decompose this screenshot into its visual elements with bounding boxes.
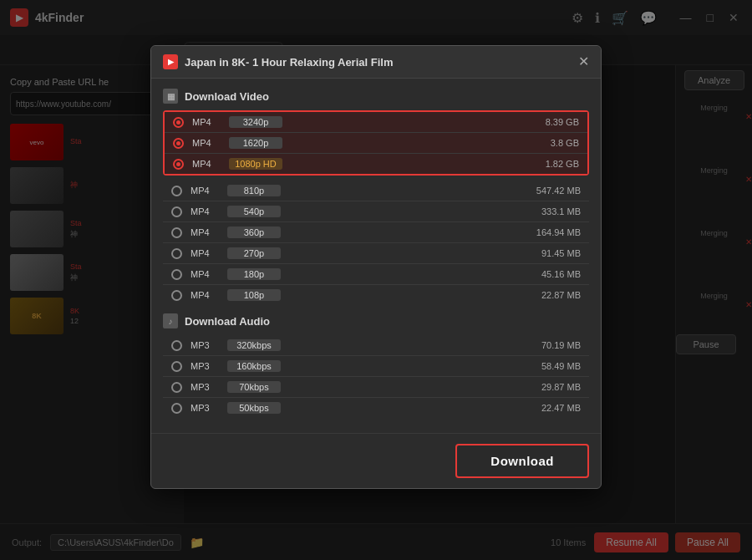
format-size: 29.87 MB: [541, 382, 581, 392]
format-quality: 70kbps: [227, 381, 281, 393]
format-size: 164.94 MB: [536, 227, 581, 237]
radio-button[interactable]: [171, 361, 182, 372]
format-row[interactable]: MP4 360p 164.94 MB: [163, 222, 589, 243]
dialog-header: ▶ Japan in 8K- 1 Hour Relaxing Aerial Fi…: [151, 46, 601, 79]
video-icon: ▦: [163, 89, 178, 104]
format-size: 8.39 GB: [546, 117, 579, 127]
format-type: MP4: [191, 269, 219, 279]
audio-section: ♪ Download Audio MP3 320kbps 70.19 MB MP…: [163, 313, 589, 418]
dialog-title: ▶ Japan in 8K- 1 Hour Relaxing Aerial Fi…: [163, 54, 393, 69]
radio-button[interactable]: [171, 340, 182, 351]
format-type: MP3: [191, 340, 219, 350]
video-format-highlighted-group: MP4 3240p 8.39 GB MP4 1620p 3.8 GB MP4 1…: [163, 110, 589, 176]
format-type: MP3: [191, 361, 219, 371]
radio-button[interactable]: [171, 269, 182, 280]
video-section-header: ▦ Download Video: [163, 89, 589, 104]
format-type: MP3: [191, 382, 219, 392]
radio-button[interactable]: [171, 227, 182, 238]
format-quality: 270p: [227, 247, 281, 259]
format-quality: 180p: [227, 268, 281, 280]
radio-button[interactable]: [171, 403, 182, 414]
dialog-footer: Download: [151, 433, 601, 488]
format-size: 45.16 MB: [541, 269, 581, 279]
dialog-logo: ▶: [163, 54, 178, 69]
format-type: MP4: [191, 186, 219, 196]
dialog-overlay: ▶ Japan in 8K- 1 Hour Relaxing Aerial Fi…: [0, 0, 752, 560]
format-type: MP4: [191, 206, 219, 216]
format-row[interactable]: MP4 810p 547.42 MB: [163, 181, 589, 201]
format-row[interactable]: MP3 160kbps 58.49 MB: [163, 356, 589, 377]
format-size: 70.19 MB: [541, 340, 581, 350]
format-row[interactable]: MP3 320kbps 70.19 MB: [163, 335, 589, 356]
format-row[interactable]: MP4 3240p 8.39 GB: [165, 112, 587, 133]
format-type: MP3: [191, 403, 219, 413]
format-row[interactable]: MP4 108p 22.87 MB: [163, 285, 589, 305]
format-quality: 3240p: [229, 116, 282, 128]
format-row[interactable]: MP4 180p 45.16 MB: [163, 264, 589, 285]
radio-button[interactable]: [171, 382, 182, 393]
download-button[interactable]: Download: [455, 444, 589, 478]
format-type: MP4: [191, 248, 219, 258]
dialog-body: ▦ Download Video MP4 3240p 8.39 GB MP4 1…: [151, 79, 601, 433]
format-size: 547.42 MB: [536, 186, 581, 196]
radio-button[interactable]: [171, 186, 182, 196]
dialog-close-button[interactable]: ✕: [578, 55, 589, 69]
format-quality: 108p: [227, 289, 281, 301]
format-row[interactable]: MP4 540p 333.1 MB: [163, 201, 589, 222]
format-row[interactable]: MP4 1080p HD 1.82 GB: [165, 154, 587, 174]
radio-button[interactable]: [171, 248, 182, 259]
format-size: 58.49 MB: [541, 361, 581, 371]
audio-icon: ♪: [163, 313, 178, 328]
format-size: 3.8 GB: [551, 138, 579, 148]
format-size: 1.82 GB: [546, 159, 579, 169]
format-type: MP4: [192, 159, 221, 169]
radio-button[interactable]: [171, 206, 182, 217]
radio-button[interactable]: [173, 159, 184, 170]
format-row[interactable]: MP4 1620p 3.8 GB: [165, 133, 587, 154]
video-format-normal-group: MP4 810p 547.42 MB MP4 540p 333.1 MB MP4…: [163, 181, 589, 305]
format-type: MP4: [192, 138, 221, 148]
format-type: MP4: [191, 290, 219, 300]
format-quality: 50kbps: [227, 402, 281, 414]
format-quality: 810p: [227, 185, 281, 196]
format-quality: 1080p HD: [229, 158, 282, 170]
format-row[interactable]: MP4 270p 91.45 MB: [163, 243, 589, 264]
download-dialog: ▶ Japan in 8K- 1 Hour Relaxing Aerial Fi…: [150, 45, 602, 489]
format-quality: 320kbps: [227, 339, 281, 351]
radio-button[interactable]: [173, 138, 184, 149]
audio-section-header: ♪ Download Audio: [163, 313, 589, 328]
format-size: 22.47 MB: [541, 403, 581, 413]
radio-button[interactable]: [171, 290, 182, 301]
format-size: 22.87 MB: [541, 290, 581, 300]
format-type: MP4: [191, 227, 219, 237]
format-type: MP4: [192, 117, 221, 127]
format-size: 333.1 MB: [541, 206, 581, 216]
format-quality: 360p: [227, 227, 281, 238]
format-row[interactable]: MP3 70kbps 29.87 MB: [163, 377, 589, 398]
format-size: 91.45 MB: [541, 248, 581, 258]
audio-format-group: MP3 320kbps 70.19 MB MP3 160kbps 58.49 M…: [163, 335, 589, 418]
format-quality: 1620p: [229, 137, 282, 149]
format-quality: 540p: [227, 206, 281, 217]
radio-button[interactable]: [173, 117, 184, 128]
format-quality: 160kbps: [227, 360, 281, 372]
format-row[interactable]: MP3 50kbps 22.47 MB: [163, 398, 589, 418]
